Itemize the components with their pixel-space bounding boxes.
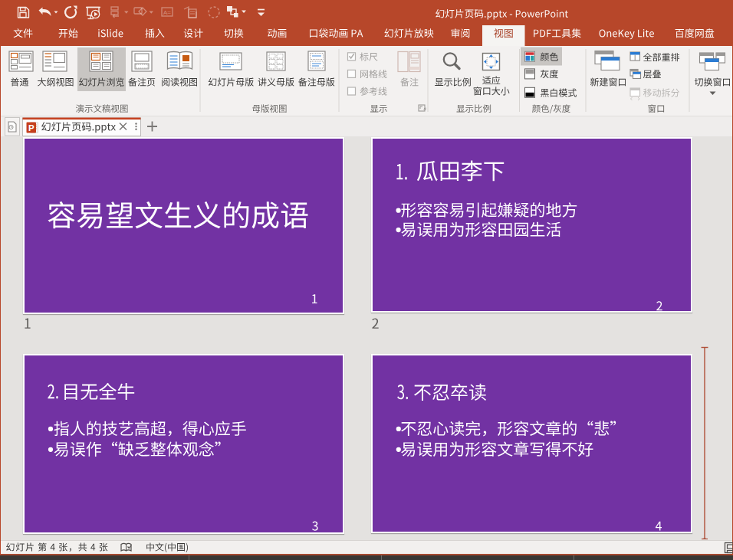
svg-text:P: P bbox=[28, 123, 35, 133]
svg-text:A=: A= bbox=[163, 9, 171, 16]
